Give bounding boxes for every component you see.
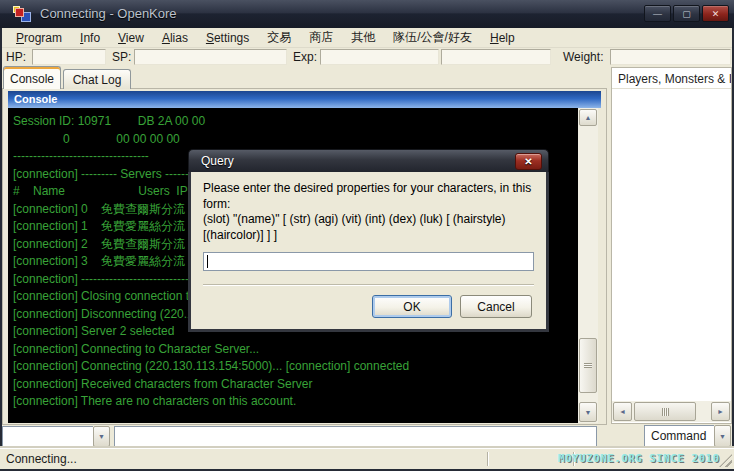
input-type-value[interactable]: Command <box>644 425 714 447</box>
menu-other[interactable]: 其他 <box>343 27 383 48</box>
dialog-title-bar[interactable]: Query ✕ <box>188 149 549 172</box>
menu-trade[interactable]: 交易 <box>259 27 299 48</box>
left-arrow-icon: ◄ <box>619 408 626 415</box>
query-input-field[interactable] <box>204 253 533 270</box>
right-panel-scrollbar[interactable]: ◄ ► <box>612 401 731 422</box>
up-arrow-icon: ▲ <box>585 114 592 121</box>
scroll-up-button[interactable]: ▲ <box>579 109 597 126</box>
watermark: MOYUZONE.ORG SINCE 2010 <box>559 453 720 464</box>
console-line: 0 00 00 00 00 <box>13 131 578 149</box>
tab-console-label: Console <box>10 72 54 86</box>
close-icon: ✕ <box>524 151 532 173</box>
menu-help[interactable]: Help <box>482 29 523 47</box>
resize-grip[interactable] <box>719 454 732 467</box>
minimize-button[interactable]: — <box>644 5 671 22</box>
dropdown-arrow-icon: ▼ <box>98 433 105 440</box>
menu-settings[interactable]: Settings <box>198 29 257 47</box>
dialog-title: Query <box>201 154 234 168</box>
window-frame-left <box>0 28 2 471</box>
openkore-window: Connecting - OpenKore — ▢ ✕ Program Info… <box>0 0 734 471</box>
icon-square-red <box>15 8 24 17</box>
console-line: [connection] There are no characters on … <box>13 393 578 411</box>
menu-shop[interactable]: 商店 <box>301 27 341 48</box>
dialog-body: Please enter the desired properties for … <box>188 172 549 332</box>
close-icon: ✕ <box>712 9 720 19</box>
menu-alias[interactable]: Alias <box>154 29 196 47</box>
text-caret <box>207 255 208 268</box>
hp-label: HP: <box>6 50 26 64</box>
scrollbar-thumb[interactable] <box>579 338 597 393</box>
players-monsters-items-panel[interactable]: Players, Monsters & Items ◄ ► <box>611 67 732 424</box>
dialog-close-button[interactable]: ✕ <box>515 153 542 170</box>
title-bar[interactable]: Connecting - OpenKore — ▢ ✕ <box>0 0 734 28</box>
scroll-right-button[interactable]: ► <box>711 402 730 421</box>
dialog-format-line: (slot) "(name)" [ (str) (agi) (vit) (int… <box>203 212 534 243</box>
cancel-button[interactable]: Cancel <box>460 295 532 318</box>
console-panel-header: Console <box>8 91 601 108</box>
menu-program[interactable]: Program <box>8 29 70 47</box>
history-dropdown-button[interactable]: ▼ <box>93 426 110 447</box>
menu-party-guild-friends[interactable]: 隊伍/公會/好友 <box>385 27 480 48</box>
input-type-dropdown[interactable]: Command ▼ <box>644 425 731 447</box>
thumb-grip <box>584 363 592 368</box>
weight-label: Weight: <box>563 50 603 64</box>
dropdown-arrow-icon: ▼ <box>719 433 726 440</box>
query-dialog: Query ✕ Please enter the desired propert… <box>188 149 549 332</box>
history-dropdown-field[interactable] <box>2 426 93 447</box>
console-line: [connection] Received characters from Ch… <box>13 376 578 394</box>
console-header-label: Console <box>14 93 57 105</box>
menu-info[interactable]: Info <box>72 29 108 47</box>
maximize-button[interactable]: ▢ <box>673 5 700 22</box>
minimize-icon: — <box>653 9 662 19</box>
scrollbar-thumb[interactable] <box>634 402 696 421</box>
status-text: Connecting... <box>6 452 77 466</box>
window-title: Connecting - OpenKore <box>40 6 177 21</box>
right-arrow-icon: ► <box>717 408 724 415</box>
scroll-left-button[interactable]: ◄ <box>613 402 632 421</box>
tab-console[interactable]: Console <box>3 66 61 89</box>
dialog-buttons: OK Cancel <box>203 295 534 318</box>
maximize-icon: ▢ <box>682 9 691 19</box>
dialog-divider <box>203 284 534 286</box>
console-line: [connection] Connecting (220.130.113.154… <box>13 358 578 376</box>
menu-bar: Program Info View Alias Settings 交易 商店 其… <box>2 28 732 48</box>
console-line: [connection] Connecting to Character Ser… <box>13 341 578 359</box>
ok-button[interactable]: OK <box>372 295 452 318</box>
status-bar: Connecting... MOYUZONE.ORG SINCE 2010 <box>0 448 734 469</box>
sp-label: SP: <box>112 50 131 64</box>
query-input[interactable] <box>203 252 534 271</box>
scroll-down-button[interactable]: ▼ <box>579 402 597 422</box>
sp-field <box>134 49 287 65</box>
right-panel-header: Players, Monsters & Items <box>612 68 731 89</box>
job-exp-field <box>441 49 551 65</box>
thumb-grip <box>662 408 669 416</box>
console-scrollbar[interactable]: ▲ ▼ <box>578 108 598 423</box>
console-line: Session ID: 10971 DB 2A 00 00 <box>13 113 578 131</box>
window-controls: — ▢ ✕ <box>644 5 729 22</box>
weight-field <box>610 49 731 65</box>
close-button[interactable]: ✕ <box>702 5 729 22</box>
tab-chat-log-label: Chat Log <box>73 73 122 87</box>
tab-chat-log[interactable]: Chat Log <box>63 69 131 89</box>
history-dropdown[interactable]: ▼ <box>2 426 110 447</box>
openkore-app-icon <box>13 6 31 22</box>
statusbar-separator <box>487 452 489 466</box>
command-input[interactable] <box>114 426 597 447</box>
hp-field <box>32 49 106 65</box>
exp-label: Exp: <box>293 50 317 64</box>
dialog-message: Please enter the desired properties for … <box>203 181 534 212</box>
input-type-dropdown-button[interactable]: ▼ <box>714 425 731 447</box>
base-exp-field <box>320 49 439 65</box>
down-arrow-icon: ▼ <box>585 409 592 416</box>
stats-row: HP: SP: Exp: Weight: <box>0 48 734 67</box>
menu-view[interactable]: View <box>110 29 152 47</box>
